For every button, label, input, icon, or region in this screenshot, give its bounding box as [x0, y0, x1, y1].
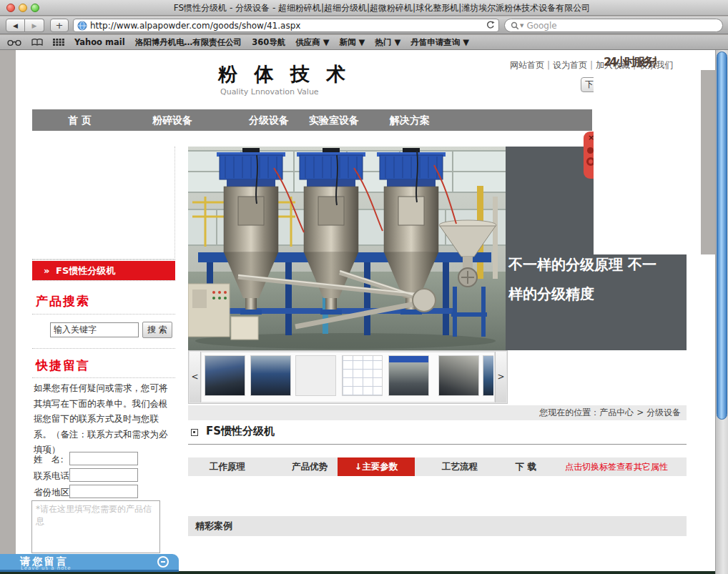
bookmark-news-menu[interactable]: 新闻 ▼ — [340, 37, 365, 48]
magnifier-icon — [511, 21, 519, 30]
product-thumbnail-7[interactable] — [483, 355, 493, 396]
section-bullet-icon — [191, 429, 198, 436]
window-title: FS惯性分级机 - 分级设备 - 超细粉碎机|超细分级机|超微粉碎机|球化整形机… — [50, 0, 714, 16]
nav-item-solutions[interactable]: 解决方案 — [390, 109, 430, 131]
tab-process-flow[interactable]: 工艺流程 — [424, 457, 496, 476]
tab-main-parameters[interactable]: ↓主要参数 — [338, 457, 415, 476]
breadcrumb-path[interactable]: 产品中心 > 分级设备 — [599, 407, 681, 417]
collapse-icon[interactable] — [157, 556, 169, 568]
overlay-white-box — [594, 50, 701, 254]
bookmarks-book-icon[interactable] — [31, 38, 43, 46]
product-search-title: 产品搜索 — [36, 293, 90, 310]
new-tab-button[interactable]: + — [50, 19, 69, 32]
window-zoom-button[interactable] — [31, 4, 39, 12]
product-thumbnail-6[interactable] — [438, 355, 479, 396]
region-label: 省份地区: — [34, 487, 72, 498]
webpage: 粉 体 技 术 Quality Lnnovation Value 网站首页|设为… — [0, 50, 728, 574]
bookmark-suppliers-menu[interactable]: 供应商 ▼ — [295, 37, 329, 48]
thumbnail-carousel: < > — [188, 350, 508, 404]
url-text: http://www.alpapowder.com/goods/show/41.… — [90, 21, 486, 31]
reader-glasses-icon[interactable] — [7, 39, 21, 46]
address-bar[interactable]: http://www.alpapowder.com/goods/show/41.… — [73, 19, 499, 32]
product-thumbnail-3[interactable] — [295, 355, 336, 396]
scrollbar-thumb[interactable] — [717, 51, 727, 420]
main-navigation: 首 页 粉碎设备 分级设备 实验室设备 解决方案 — [32, 109, 592, 131]
browser-toolbar: ◀ ▶ + http://www.alpapowder.com/goods/sh… — [0, 16, 728, 34]
cases-section-title: 精彩案例 — [188, 516, 687, 536]
nav-item-lab[interactable]: 实验室设备 — [309, 109, 359, 131]
product-thumbnail-5[interactable] — [388, 355, 429, 396]
search-options-chevron-icon[interactable]: ▼ — [520, 23, 523, 29]
form-row-region: 省份地区: — [34, 485, 175, 499]
phone-field[interactable] — [69, 468, 138, 482]
quick-message-intro: 如果您有任何疑问或需求，您可将其填写在下面的表单中。我们会根据您留下的联系方式及… — [34, 380, 172, 457]
product-title: FS惯性分级机 — [206, 425, 275, 438]
window-close-button[interactable] — [6, 4, 15, 12]
nav-item-classifying[interactable]: 分级设备 — [249, 109, 289, 131]
product-thumbnail-2[interactable] — [250, 355, 291, 396]
right-grey-strip — [701, 70, 715, 254]
leave-note-bar[interactable]: 请您留言 Leave us a note — [0, 554, 179, 572]
double-chevron-icon: » — [44, 261, 49, 280]
site-slogan: Quality Lnnovation Value — [220, 87, 319, 97]
tab-download[interactable]: 下 载 — [499, 457, 553, 476]
search-placeholder: Google — [526, 21, 556, 31]
nav-item-crushing[interactable]: 粉碎设备 — [152, 109, 192, 131]
hotline-overlap-text: 24小时服务热线 — [604, 55, 656, 71]
bookmark-dandi-menu[interactable]: 丹笛申请查询 ▼ — [410, 37, 469, 48]
product-tabs: 工作原理 产品优势 ↓主要参数 工艺流程 下 载 点击切换标签查看其它属性 — [188, 457, 687, 476]
browser-window: FS惯性分级机 - 分级设备 - 超细粉碎机|超细分级机|超微粉碎机|球化整形机… — [0, 0, 728, 574]
back-button[interactable]: ◀ — [6, 19, 25, 32]
window-titlebar: FS惯性分级机 - 分级设备 - 超细粉碎机|超细分级机|超微粉碎机|球化整形机… — [0, 0, 728, 16]
hero-caption: 不一样的分级原理 不一样的分级精度 — [508, 250, 667, 309]
reload-icon[interactable] — [486, 21, 495, 30]
quick-message-title: 快捷留言 — [36, 357, 90, 374]
globe-icon — [77, 21, 87, 31]
tabs-hint: 点击切换标签查看其它属性 — [565, 457, 668, 476]
product-title-row: FS惯性分级机 — [188, 425, 687, 443]
form-row-name: 姓 名: — [34, 452, 175, 466]
sidebar-current-product[interactable]: » FS惯性分级机 — [32, 261, 175, 280]
forward-button[interactable]: ▶ — [25, 19, 44, 32]
window-minimize-button[interactable] — [19, 4, 27, 12]
page-scrollbar[interactable] — [715, 50, 728, 574]
search-bar[interactable]: ▼ Google — [504, 19, 723, 32]
nav-item-home[interactable]: 首 页 — [68, 109, 92, 131]
carousel-next-button[interactable]: > — [495, 352, 506, 402]
bookmarks-bar: Yahoo mail 洛阳博丹机电…有限责任公司 360导航 供应商 ▼ 新闻 … — [0, 35, 728, 50]
product-thumbnail-diagram[interactable] — [342, 355, 383, 396]
carousel-prev-button[interactable]: < — [190, 352, 201, 402]
product-photo — [188, 147, 506, 350]
sidebar-category-box — [32, 147, 175, 259]
tab-working-principle[interactable]: 工作原理 — [188, 457, 267, 476]
region-field[interactable] — [69, 485, 138, 498]
qq-icon — [587, 147, 594, 154]
product-thumbnail-1[interactable] — [205, 355, 245, 396]
site-logo[interactable]: 粉 体 技 术 — [218, 61, 350, 87]
bookmark-luoyang[interactable]: 洛阳博丹机电…有限责任公司 — [135, 37, 242, 48]
breadcrumb: 您现在的位置：产品中心 > 分级设备 — [188, 405, 687, 420]
phone-label: 联系电话: — [34, 470, 72, 481]
leave-note-subtitle: Leave us a note — [21, 565, 72, 571]
keyword-input[interactable] — [50, 322, 139, 337]
search-button[interactable]: 搜 索 — [142, 322, 172, 338]
breadcrumb-prefix: 您现在的位置： — [539, 407, 599, 417]
bookmark-yahoo-mail[interactable]: Yahoo mail — [74, 37, 125, 47]
link-set-homepage[interactable]: 设为首页 — [553, 60, 587, 70]
name-field[interactable] — [69, 452, 138, 465]
top-sites-grid-icon[interactable] — [53, 38, 64, 46]
bookmark-360nav[interactable]: 360导航 — [252, 37, 285, 48]
name-label: 姓 名: — [34, 454, 64, 465]
message-textarea[interactable] — [31, 500, 160, 553]
bookmark-hot-menu[interactable]: 热门 ▼ — [375, 37, 400, 48]
form-row-phone: 联系电话: — [34, 468, 175, 483]
link-home[interactable]: 网站首页 — [510, 60, 544, 70]
